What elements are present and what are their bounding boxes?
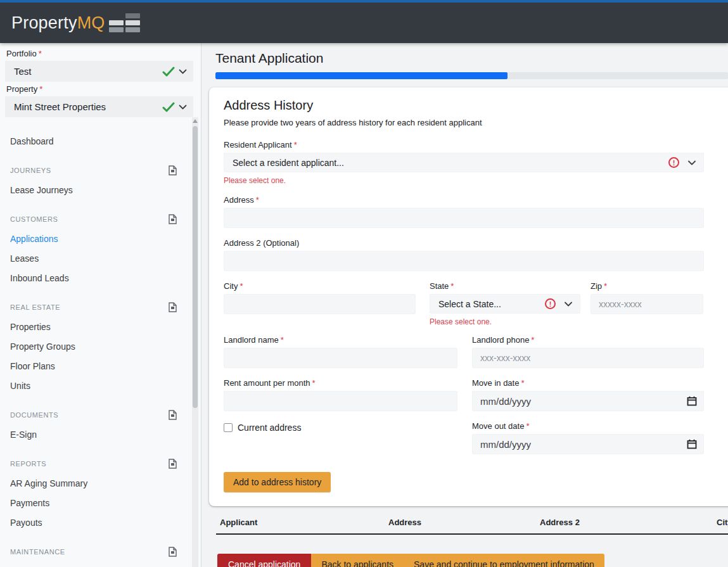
state-select[interactable]: Select a State... ! [430, 294, 580, 314]
column-header-applicant: Applicant [220, 518, 388, 527]
resident-applicant-label: Resident Applicant* [224, 140, 704, 150]
address2-input[interactable] [224, 251, 704, 271]
rent-input[interactable] [224, 391, 457, 411]
landlord-name-input[interactable] [224, 348, 457, 368]
sidebar-nav: Dashboard JOURNEYS Lease Journeys CUSTOM… [0, 131, 201, 567]
document-icon [169, 302, 177, 312]
card-title: Address History [224, 98, 728, 113]
column-header-address: Address [388, 518, 540, 527]
state-select-value: Select a State... [438, 299, 545, 309]
required-asterisk: * [39, 49, 42, 58]
landlord-phone-input[interactable] [472, 348, 704, 368]
address-input[interactable] [224, 208, 704, 228]
address-history-card: Address History Please provide two years… [209, 87, 728, 506]
sidebar-item-maintenance-requests[interactable]: Maintenance Requests [0, 561, 201, 567]
sidebar-item-leases[interactable]: Leases [0, 248, 201, 268]
page-title: Tenant Application [215, 51, 728, 66]
document-icon [169, 214, 177, 224]
sidebar-section-documents: DOCUMENTS [0, 405, 201, 424]
sidebar-item-dashboard[interactable]: Dashboard [0, 131, 201, 151]
error-icon: ! [545, 298, 556, 309]
add-to-address-history-button[interactable]: Add to address history [224, 472, 331, 492]
sidebar-item-ar-aging-summary[interactable]: AR Aging Summary [0, 473, 201, 493]
application-progress-fill [215, 72, 508, 79]
city-input[interactable] [224, 294, 416, 314]
required-asterisk: * [521, 378, 524, 388]
calendar-icon[interactable] [687, 439, 697, 449]
sidebar-item-lease-journeys[interactable]: Lease Journeys [0, 180, 201, 200]
sidebar-item-properties[interactable]: Properties [0, 317, 201, 336]
document-icon [169, 547, 177, 557]
move-in-date-value: mm/dd/yyyy [480, 396, 687, 407]
move-out-date-label: Move out date* [472, 421, 704, 431]
scrollbar-thumb[interactable] [193, 126, 198, 408]
calendar-icon[interactable] [687, 396, 697, 406]
chevron-down-icon [688, 160, 696, 165]
move-out-date-input[interactable]: mm/dd/yyyy [472, 434, 704, 454]
sidebar-item-floor-plans[interactable]: Floor Plans [0, 356, 201, 376]
sidebar-item-inbound-leads[interactable]: Inbound Leads [0, 268, 201, 288]
sidebar-item-payments[interactable]: Payments [0, 493, 201, 513]
required-asterisk: * [294, 140, 297, 150]
app-screen: PropertyMQ Portfolio* Test Property* Min… [0, 0, 728, 567]
sidebar: Portfolio* Test Property* Mint Street Pr… [0, 43, 201, 567]
resident-applicant-select-value: Select a resident applicant... [233, 158, 668, 168]
required-asterisk: * [604, 281, 607, 291]
sidebar-section-customers: CUSTOMERS [0, 209, 201, 229]
sidebar-item-units[interactable]: Units [0, 376, 201, 395]
brand-bars-icon [109, 13, 140, 32]
move-in-date-label: Move in date* [472, 378, 704, 388]
property-select-value: Mint Street Properties [14, 101, 162, 112]
action-button-group: Back to applicants Save and continue to … [311, 554, 604, 567]
column-header-address2: Address 2 [540, 518, 717, 527]
document-icon [169, 410, 177, 420]
save-continue-button[interactable]: Save and continue to employment informat… [404, 554, 604, 567]
rent-label: Rent amount per month* [224, 378, 457, 388]
zip-input[interactable] [591, 294, 703, 314]
sidebar-section-journeys: JOURNEYS [0, 160, 201, 180]
sidebar-item-payouts[interactable]: Payouts [0, 513, 201, 532]
state-label: State* [430, 281, 580, 291]
property-select[interactable]: Mint Street Properties [5, 96, 193, 117]
brand-logo: PropertyMQ [11, 13, 140, 33]
app-header: PropertyMQ [0, 3, 728, 43]
valid-check-icon [162, 102, 175, 112]
required-asterisk: * [256, 195, 259, 205]
cancel-application-button[interactable]: Cancel application [217, 554, 311, 567]
top-accent-bar [0, 0, 728, 3]
sidebar-scrollbar[interactable] [192, 117, 198, 567]
move-in-date-input[interactable]: mm/dd/yyyy [472, 391, 704, 411]
current-address-label: Current address [238, 423, 301, 433]
resident-applicant-select[interactable]: Select a resident applicant... ! [224, 153, 704, 172]
sidebar-item-e-sign[interactable]: E-Sign [0, 424, 201, 444]
chevron-down-icon [179, 105, 187, 110]
property-label: Property* [0, 84, 201, 94]
portfolio-select[interactable]: Test [5, 61, 193, 82]
application-progress-bar [215, 72, 728, 79]
required-asterisk: * [312, 378, 316, 388]
sidebar-section-real-estate: REAL ESTATE [0, 297, 201, 317]
form-action-bar: Cancel application Back to applicants Sa… [217, 554, 604, 567]
document-icon [169, 459, 177, 469]
required-asterisk: * [281, 335, 284, 345]
valid-check-icon [162, 67, 175, 77]
back-to-applicants-button[interactable]: Back to applicants [311, 554, 404, 567]
brand-property-text: Property [11, 13, 77, 32]
portfolio-label: Portfolio* [0, 49, 201, 58]
sidebar-item-property-groups[interactable]: Property Groups [0, 336, 201, 356]
landlord-name-label: Landlord name* [224, 335, 457, 345]
resident-applicant-error: Please select one. [224, 176, 704, 185]
sidebar-item-applications[interactable]: Applications [0, 229, 201, 248]
chevron-down-icon [179, 69, 187, 74]
brand-wordmark: PropertyMQ [11, 13, 105, 33]
required-asterisk: * [39, 84, 42, 94]
required-asterisk: * [450, 281, 454, 291]
required-asterisk: * [531, 335, 534, 345]
current-address-checkbox[interactable] [224, 423, 233, 432]
scrollbar-up-arrow[interactable] [193, 119, 198, 123]
city-label: City* [224, 281, 416, 291]
sidebar-section-reports: REPORTS [0, 454, 201, 473]
column-header-city: City [717, 518, 728, 527]
address2-label: Address 2 (Optional) [224, 238, 704, 248]
required-asterisk: * [526, 421, 529, 431]
